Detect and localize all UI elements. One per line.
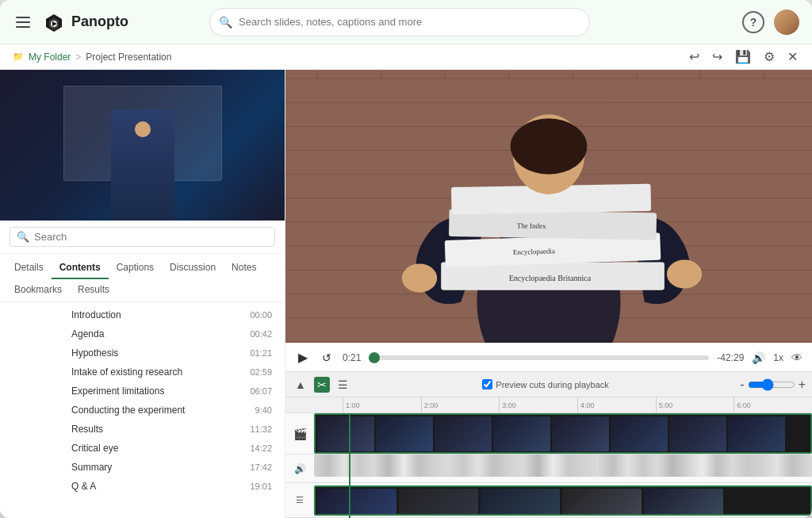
ruler-mark: 6:00 — [733, 397, 812, 412]
tab-discussion[interactable]: Discussion — [162, 257, 224, 279]
list-item[interactable]: Intake of existing research 02:59 — [0, 363, 285, 382]
svg-text:Encyclopaedia: Encyclopaedia — [513, 247, 556, 256]
close-button[interactable]: ✕ — [786, 48, 799, 66]
tab-bookmarks[interactable]: Bookmarks — [6, 279, 70, 301]
volume-button[interactable]: 🔊 — [752, 351, 765, 364]
thumb-item — [435, 416, 492, 451]
audio-track-content[interactable] — [314, 455, 812, 482]
video-background: Encyclopaedia Britannica Encyclopaedia T… — [285, 70, 812, 343]
thumb-item — [317, 416, 374, 451]
breadcrumb-separator: > — [75, 52, 81, 63]
redo-button[interactable]: ↪ — [710, 48, 724, 66]
list-item[interactable]: Results 11:32 — [0, 420, 285, 439]
zoom-slider[interactable] — [748, 378, 795, 391]
breadcrumb: 📁 My Folder > Project Presentation ↩ ↪ 💾… — [0, 44, 812, 70]
list-item[interactable]: Summary 17:42 — [0, 458, 285, 477]
save-button[interactable]: 💾 — [733, 48, 753, 66]
play-button[interactable]: ▶ — [295, 348, 311, 366]
tab-results[interactable]: Results — [70, 279, 117, 301]
menu-button[interactable] — [13, 13, 33, 31]
breadcrumb-folder[interactable]: My Folder — [29, 52, 71, 63]
content-time: 06:07 — [244, 386, 272, 396]
tab-notes[interactable]: Notes — [224, 257, 264, 279]
topbar: Panopto 🔍 ? — [0, 0, 812, 44]
logo-icon — [43, 11, 65, 33]
svg-point-47 — [511, 118, 588, 174]
nav-tabs: Details Contents Captions Discussion Not… — [0, 254, 285, 302]
content-title: Introduction — [71, 309, 244, 320]
second-track-icon[interactable]: ☰ — [285, 495, 314, 505]
playhead[interactable] — [349, 413, 350, 518]
video-area[interactable]: Encyclopaedia Britannica Encyclopaedia T… — [285, 70, 812, 343]
preview-cuts-label: Preview cuts during playback — [496, 380, 608, 389]
content-time: 14:22 — [244, 443, 272, 453]
content-time: 01:21 — [244, 348, 272, 358]
timeline-area: ▲ ✂ ☰ Preview cuts during playback - + — [285, 371, 812, 518]
global-search-input[interactable] — [209, 8, 590, 36]
progress-bar[interactable] — [369, 355, 709, 360]
ruler-mark: 5:00 — [656, 397, 734, 412]
list-item[interactable]: Hypothesis 01:21 — [0, 343, 285, 363]
second-track-list-icon: ☰ — [296, 495, 304, 505]
progress-thumb — [369, 352, 380, 363]
video-track-content[interactable] — [314, 413, 812, 454]
timeline-tracks: 🎬 — [285, 413, 812, 518]
rewind-button[interactable]: ↺ — [319, 350, 335, 366]
audio-track-row: 🔊 — [285, 455, 812, 483]
preview-cuts-checkbox[interactable] — [482, 379, 492, 389]
video-icon: 🎬 — [293, 428, 307, 440]
tab-details[interactable]: Details — [6, 257, 52, 279]
view-button[interactable]: 👁 — [791, 351, 802, 364]
list-item[interactable]: Conducting the experiment 9:40 — [0, 401, 285, 420]
total-time: -42:29 — [717, 352, 744, 363]
panel-search-input[interactable] — [34, 231, 268, 243]
panel-search-inner: 🔍 — [10, 227, 275, 247]
video-thumbnail[interactable] — [0, 70, 285, 221]
thumb-item — [376, 416, 433, 451]
content-time: 00:42 — [244, 329, 272, 339]
video-track-icon[interactable]: 🎬 — [285, 428, 314, 440]
app-name: Panopto — [71, 13, 128, 30]
list-item[interactable]: Agenda 00:42 — [0, 324, 285, 343]
avatar-image — [774, 10, 799, 35]
second-track-content[interactable] — [314, 485, 812, 516]
thumb-item — [493, 416, 550, 451]
content-title: Q & A — [71, 481, 244, 492]
svg-text:The Index: The Index — [517, 221, 547, 230]
panel-search: 🔍 — [0, 221, 285, 254]
list-button[interactable]: ☰ — [335, 377, 351, 393]
speed-control[interactable]: 1x — [773, 352, 783, 363]
content-time: 19:01 — [244, 482, 272, 491]
breadcrumb-current: Project Presentation — [86, 52, 171, 63]
ruler-marks: 1:00 2:00 3:00 4:00 5:00 6:00 — [343, 397, 812, 412]
content-time: 17:42 — [244, 462, 272, 472]
settings-button[interactable]: ⚙ — [762, 48, 776, 66]
list-item[interactable]: Critical eye 14:22 — [0, 439, 285, 458]
zoom-in-button[interactable]: + — [799, 378, 806, 392]
tab-captions[interactable]: Captions — [109, 257, 162, 279]
global-search-bar: 🔍 — [209, 8, 590, 36]
second-thumb — [399, 489, 478, 516]
content-title: Hypothesis — [71, 347, 244, 359]
content-time: 9:40 — [244, 405, 272, 415]
content-title: Conducting the experiment — [71, 405, 244, 416]
timeline-arrow-up[interactable]: ▲ — [292, 377, 309, 393]
timeline-toolbar: ▲ ✂ ☰ Preview cuts during playback - + — [285, 372, 812, 397]
undo-button[interactable]: ↩ — [688, 48, 701, 66]
thumb-item — [669, 416, 726, 451]
right-panel: Encyclopaedia Britannica Encyclopaedia T… — [285, 70, 812, 518]
avatar[interactable] — [774, 10, 799, 35]
ruler-mark: 1:00 — [343, 397, 421, 412]
list-item[interactable]: Introduction 00:00 — [0, 305, 285, 324]
list-item[interactable]: Q & A 19:01 — [0, 477, 285, 496]
zoom-out-button[interactable]: - — [740, 378, 744, 392]
audio-track-icon[interactable]: 🔊 — [285, 463, 314, 474]
video-content: Encyclopaedia Britannica Encyclopaedia T… — [285, 70, 812, 343]
help-button[interactable]: ? — [742, 11, 764, 33]
content-title: Agenda — [71, 328, 244, 340]
scissors-button[interactable]: ✂ — [314, 377, 330, 393]
contents-list: Introduction 00:00 Agenda 00:42 Hypothes… — [0, 302, 285, 518]
tab-contents[interactable]: Contents — [52, 257, 109, 279]
second-thumb — [644, 489, 723, 516]
list-item[interactable]: Experiment limitations 06:07 — [0, 382, 285, 401]
